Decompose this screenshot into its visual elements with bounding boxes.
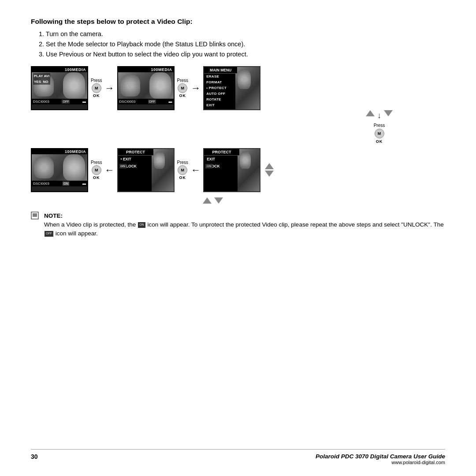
note-label: NOTE: [44, 212, 63, 219]
screen-id-1: DSCI0003 [33, 100, 49, 104]
arrow-left-1: ← [105, 164, 115, 176]
step-2: 2. Set the Mode selector to Playback mod… [39, 39, 445, 49]
menu-auto-off: AUTO OFF [204, 91, 237, 97]
menu-exit: EXIT [204, 102, 237, 108]
menu-format: FORMAT [204, 79, 237, 85]
camera-screen-3: 100MEDIA DSCI0003 ON ▬ [31, 148, 88, 192]
menu-header: MAIN MENU [204, 67, 237, 74]
screen-footer-3: DSCI0003 ON ▬ [32, 181, 87, 186]
protect2-photo-bg [238, 149, 260, 191]
ok-label-1: OK [93, 93, 100, 98]
m-button-4[interactable]: M [178, 165, 187, 175]
play-avi-label: PLAY AVI [33, 73, 50, 79]
lock-status-3: ON [63, 182, 69, 186]
photo-area-2 [118, 72, 174, 99]
row2-nav-controls [265, 163, 274, 177]
m-button-1[interactable]: M [92, 83, 101, 93]
arrow-right-1: → [105, 82, 115, 94]
ok-label-4: OK [179, 175, 186, 180]
note-section: NOTE: When a Video clip is protected, th… [31, 212, 445, 238]
note-text: NOTE: When a Video clip is protected, th… [44, 212, 445, 238]
photo-area-3 [32, 154, 87, 181]
nav-up-row2[interactable] [265, 163, 274, 169]
yes-no-label: YES NO [33, 79, 50, 85]
page: Following the steps below to protect a V… [0, 0, 476, 476]
m-button-between[interactable]: M [375, 129, 384, 138]
main-menu-box: MAIN MENU ERASE FORMAT PROTECT AUTO OFF … [203, 66, 260, 110]
camera-screen-2: 100MEDIA DSCI0003 OFF ▬ [117, 66, 175, 110]
note-icon [31, 212, 40, 238]
between-rows-controls: ↓ Press M OK [366, 110, 445, 144]
arrow-right-2: → [191, 82, 201, 94]
footer-url: www.polaroid-digital.com [316, 460, 445, 465]
controls-2: Press M OK [177, 78, 189, 98]
protect2-footer-icon: ON [205, 164, 212, 168]
screen-header-3: 100MEDIA [32, 149, 87, 154]
screen-footer-1: DSCI0003 OFF ▬ [32, 99, 87, 104]
protect2-content: PROTECT EXIT LOCK ON [204, 149, 239, 170]
battery-icon-1: ▬ [82, 100, 86, 104]
screen-id-2: DSCI0003 [119, 100, 136, 104]
lock-status-1: OFF [62, 100, 70, 104]
nav-up-btn-top[interactable] [366, 110, 375, 116]
nav-tri-pair-top: ↓ [366, 110, 393, 120]
diagram-row-2: 100MEDIA DSCI0003 ON ▬ Press M OK ← [31, 148, 445, 192]
screen-header-1: 100MEDIA [32, 67, 87, 72]
menu-photo-bg [235, 67, 260, 109]
footer-right: Polaroid PDC 3070 Digital Camera User Gu… [316, 453, 445, 465]
press-label-between: Press [374, 123, 385, 128]
protect2-header: PROTECT [204, 149, 239, 156]
screen-id-3: DSCI0003 [33, 182, 49, 186]
row2-bottom-nav [203, 197, 445, 204]
section-title: Following the steps below to protect a V… [31, 18, 445, 26]
menu-erase: ERASE [204, 74, 237, 79]
protect2-exit: EXIT [204, 156, 239, 163]
nav-down-bottom[interactable] [214, 197, 223, 204]
screen-footer-2: DSCI0003 OFF ▬ [118, 99, 174, 104]
controls-4: Press M OK [177, 160, 189, 180]
menu-protect: PROTECT [204, 85, 237, 91]
camera-screen-1: 100MEDIA DSCI0003 OFF ▬ PLAY AVI YES NO [31, 66, 88, 110]
m-button-3[interactable]: M [92, 165, 101, 175]
protect1-header: PROTECT [118, 149, 153, 156]
note-text2: icon will appear. To unprotect the prote… [147, 221, 443, 228]
controls-1: Press M OK [91, 78, 102, 98]
lock-status-2: OFF [148, 100, 156, 104]
press-label-4: Press [177, 160, 189, 165]
m-button-2[interactable]: M [178, 83, 187, 93]
footer-title: Polaroid PDC 3070 Digital Camera User Gu… [316, 453, 445, 460]
menu-content: MAIN MENU ERASE FORMAT PROTECT AUTO OFF … [204, 67, 237, 108]
footer: 30 Polaroid PDC 3070 Digital Camera User… [31, 449, 445, 465]
protect1-photo-bg [152, 149, 174, 191]
note-icon-off: OFF [45, 231, 53, 237]
ok-label-3: OK [93, 175, 100, 180]
nav-down-btn-top[interactable] [384, 110, 393, 116]
protect1-content: PROTECT EXIT UNLOCK ON [118, 149, 153, 170]
protect1-exit: EXIT [118, 156, 153, 163]
screen-header-2: 100MEDIA [118, 67, 174, 72]
page-title: Following the steps below to protect a V… [31, 18, 445, 26]
overlay-text-1: PLAY AVI YES NO [33, 73, 50, 85]
battery-icon-3: ▬ [82, 182, 86, 186]
protect1-footer-icon: ON [119, 164, 127, 168]
diagram-row-1: 100MEDIA DSCI0003 OFF ▬ PLAY AVI YES NO … [31, 66, 445, 110]
menu-nav-controls: ↓ Press M OK [366, 110, 393, 144]
note-icon-on: ON [138, 222, 145, 228]
page-number: 30 [31, 453, 38, 460]
step-1: 1. Turn on the camera. [39, 29, 445, 39]
arrow-down-between: ↓ [377, 111, 381, 120]
nav-down-row2[interactable] [265, 171, 274, 177]
note-text3: icon will appear. [56, 230, 98, 237]
nav-up-bottom[interactable] [203, 197, 212, 204]
battery-icon-2: ▬ [169, 100, 172, 104]
step-3: 3. Use Previous or Next button to select… [39, 49, 445, 60]
diagrams-section: 100MEDIA DSCI0003 OFF ▬ PLAY AVI YES NO … [31, 66, 445, 204]
protect-box-1: PROTECT EXIT UNLOCK ON [117, 148, 175, 192]
press-label-1: Press [91, 78, 102, 83]
menu-rotate: ROTATE [204, 97, 237, 102]
note-text1: When a Video clip is protected, the [44, 221, 136, 228]
press-label-3: Press [91, 160, 102, 165]
ok-label-between: OK [376, 139, 383, 144]
arrow-left-2: ← [191, 164, 201, 176]
protect-box-2: PROTECT EXIT LOCK ON [203, 148, 260, 192]
